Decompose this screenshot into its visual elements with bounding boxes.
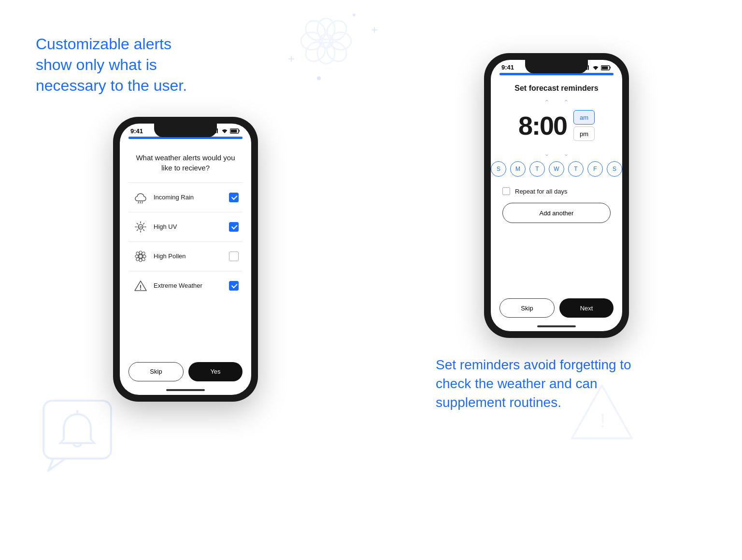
time-picker: 8:00 am pm — [518, 107, 595, 149]
phone-1-notch — [154, 124, 217, 137]
am-option[interactable]: am — [573, 110, 595, 125]
rain-icon — [132, 189, 149, 206]
hour-down-chevron[interactable]: ⌄ — [544, 150, 550, 157]
phone-1-question: What weather alerts would you like to re… — [128, 147, 243, 182]
svg-line-21 — [138, 202, 139, 203]
phone-2-screen: 9:41 Set forecast reminders ⌃ — [491, 60, 622, 331]
alert-label-uv: High UV — [154, 223, 229, 230]
svg-point-42 — [136, 256, 141, 261]
phone-2-home-indicator — [537, 325, 576, 327]
left-section: Customizable alerts show only what is ne… — [0, 0, 371, 560]
checkbox-extreme[interactable] — [229, 281, 239, 291]
alert-label-pollen: High Pollen — [154, 252, 229, 260]
alert-item-extreme[interactable]: Extreme Weather — [128, 271, 243, 300]
phone-1-time: 9:41 — [130, 127, 143, 135]
minute-down-chevron[interactable]: ⌄ — [563, 150, 569, 157]
phone-2-title: Set forecast reminders — [491, 75, 622, 98]
svg-rect-19 — [239, 130, 240, 132]
day-sunday[interactable]: S — [491, 161, 506, 177]
phone-2-next-button[interactable]: Next — [559, 298, 614, 318]
phone-2-notch — [525, 60, 588, 73]
svg-line-23 — [142, 202, 143, 203]
alert-item-uv[interactable]: UV High UV — [128, 212, 243, 241]
phone-1-buttons: Skip Yes — [128, 362, 243, 381]
phone-1-frame: 9:41 What weather alerts would you like … — [113, 117, 258, 402]
alert-list: Incoming Rain — [128, 182, 243, 300]
pollen-icon — [132, 248, 149, 265]
day-saturday[interactable]: S — [607, 161, 622, 177]
add-another-button[interactable]: Add another — [502, 203, 611, 223]
svg-text:UV: UV — [139, 225, 143, 229]
svg-line-22 — [140, 202, 141, 203]
day-monday[interactable]: M — [510, 161, 526, 177]
right-caption: Set reminders avoid forgetting to check … — [436, 355, 648, 412]
hour-up-chevron[interactable]: ⌃ — [544, 98, 550, 106]
repeat-checkbox[interactable] — [502, 187, 510, 195]
svg-line-30 — [143, 229, 144, 230]
svg-rect-17 — [217, 128, 218, 133]
repeat-label: Repeat for all days — [515, 188, 567, 195]
minute-up-chevron[interactable]: ⌃ — [563, 98, 569, 106]
left-headline: Customizable alerts show only what is ne… — [36, 34, 200, 97]
phone-2-skip-button[interactable]: Skip — [499, 298, 555, 318]
svg-line-31 — [143, 223, 144, 224]
time-display: 8:00 — [518, 111, 567, 140]
time-chevrons-up: ⌃ ⌃ — [544, 98, 569, 106]
phone-2-frame: 9:41 Set forecast reminders ⌃ — [484, 53, 629, 338]
svg-rect-52 — [602, 66, 608, 69]
day-wednesday[interactable]: W — [549, 161, 564, 177]
checkbox-pollen[interactable] — [229, 252, 239, 261]
alert-item-pollen[interactable]: High Pollen — [128, 241, 243, 271]
phone-2-time: 9:41 — [501, 64, 514, 71]
svg-line-29 — [137, 223, 138, 224]
phone-1-home-indicator — [166, 389, 205, 391]
pm-option[interactable]: pm — [573, 126, 595, 141]
repeat-row[interactable]: Repeat for all days — [491, 183, 622, 203]
phone-1-content: What weather alerts would you like to re… — [120, 139, 251, 306]
phone-1-screen: 9:41 What weather alerts would you like … — [120, 124, 251, 395]
day-friday[interactable]: F — [587, 161, 603, 177]
ampm-picker: am pm — [573, 110, 595, 141]
svg-point-45 — [140, 288, 141, 289]
svg-line-32 — [137, 229, 138, 230]
phone-1-skip-button[interactable]: Skip — [128, 362, 184, 381]
alert-label-extreme: Extreme Weather — [154, 282, 229, 289]
checkbox-rain[interactable] — [229, 193, 239, 202]
svg-rect-49 — [588, 65, 589, 70]
day-selector: S M T W T F S — [491, 157, 622, 183]
time-chevrons-down: ⌄ ⌄ — [544, 150, 569, 157]
svg-rect-51 — [610, 67, 611, 69]
svg-rect-20 — [231, 130, 237, 133]
right-section: 9:41 Set forecast reminders ⌃ — [371, 0, 742, 560]
page: ! + + Customizable alerts show only what… — [0, 0, 742, 560]
day-tuesday[interactable]: T — [529, 161, 545, 177]
uv-icon: UV — [132, 219, 149, 235]
phone-2-buttons: Skip Next — [499, 298, 614, 318]
alert-label-rain: Incoming Rain — [154, 194, 229, 201]
warning-icon — [132, 278, 149, 294]
checkbox-uv[interactable] — [229, 222, 239, 232]
day-thursday[interactable]: T — [568, 161, 584, 177]
alert-item-rain[interactable]: Incoming Rain — [128, 182, 243, 212]
phone-1-yes-button[interactable]: Yes — [188, 362, 243, 381]
